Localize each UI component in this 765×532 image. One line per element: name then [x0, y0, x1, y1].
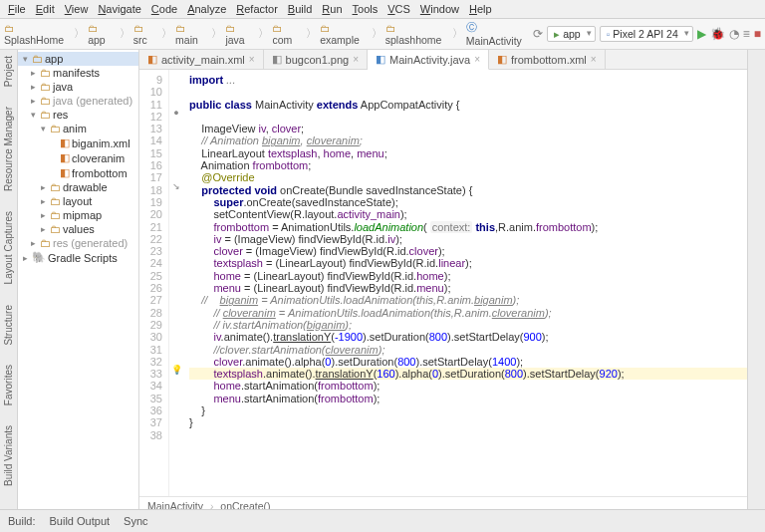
collapsed-arrow-icon[interactable]: ▸ [28, 238, 38, 248]
breadcrumb-item[interactable]: 🗀 src [133, 22, 158, 46]
code-line[interactable]: } [189, 404, 747, 416]
tool-project[interactable]: Project [3, 56, 14, 87]
code-line[interactable]: // biganim = AnimationUtils.loadAnimatio… [189, 294, 747, 306]
tree-node[interactable]: ▾🗀 res [18, 108, 138, 122]
code-editor[interactable]: 9101112131415161718192021222324252627282… [139, 70, 747, 496]
run-button[interactable]: ▶ [697, 27, 706, 41]
menu-window[interactable]: Window [420, 3, 459, 15]
attach-icon[interactable]: ≡ [743, 27, 750, 41]
close-icon[interactable]: × [591, 54, 597, 65]
tree-node[interactable]: ▸🐘 Gradle Scripts [18, 250, 138, 265]
code-line[interactable]: home = (LinearLayout) findViewById(R.id.… [189, 270, 747, 282]
tree-node[interactable]: ▸🗀 drawable [18, 180, 138, 194]
tree-node[interactable]: ◧ frombottom [18, 165, 138, 180]
debug-icon[interactable]: 🐞 [710, 27, 725, 41]
breadcrumb-item[interactable]: 🗀 SplashHome [4, 22, 71, 46]
code-line[interactable]: textsplash = (LinearLayout) findViewById… [189, 257, 747, 269]
build-label[interactable]: Build: [8, 515, 36, 527]
code-line[interactable]: @Override [189, 171, 747, 183]
menu-analyze[interactable]: Analyze [187, 3, 226, 15]
tree-node[interactable]: ▸🗀 res (generated) [18, 236, 138, 250]
collapsed-arrow-icon[interactable]: ▸ [38, 196, 48, 206]
menu-code[interactable]: Code [151, 3, 177, 15]
tree-node[interactable]: ◧ cloveranim [18, 150, 138, 165]
menu-help[interactable]: Help [469, 3, 492, 15]
code-line[interactable] [189, 111, 747, 123]
menu-run[interactable]: Run [322, 3, 342, 15]
tree-node[interactable]: ▸🗀 mipmap [18, 208, 138, 222]
project-tree[interactable]: ▾🗀 app▸🗀 manifests▸🗀 java▸🗀 java (genera… [18, 50, 139, 515]
code-line[interactable]: } [189, 416, 747, 428]
run-config-dropdown[interactable]: ▸ app [547, 26, 595, 42]
stop-icon[interactable]: ■ [754, 27, 761, 41]
code-line[interactable]: frombottom = AnimationUtils.loadAnimatio… [189, 221, 747, 233]
editor-tab[interactable]: ◧activity_main.xml× [139, 50, 264, 69]
menu-build[interactable]: Build [288, 3, 312, 15]
tree-node[interactable]: ▾🗀 anim [18, 122, 138, 135]
breadcrumb-item[interactable]: Ⓒ MainActivity [466, 21, 529, 47]
breadcrumb-item[interactable]: 🗀 main [175, 22, 208, 46]
code-line[interactable]: ImageView iv, clover; [189, 123, 747, 134]
code-content[interactable]: import ... public class MainActivity ext… [183, 70, 747, 496]
collapsed-arrow-icon[interactable]: ▸ [38, 224, 48, 234]
collapsed-arrow-icon[interactable]: ▸ [20, 253, 30, 263]
collapsed-arrow-icon[interactable]: ▸ [28, 96, 38, 106]
code-line[interactable]: clover = (ImageView) findViewById(R.id.c… [189, 245, 747, 257]
menu-tools[interactable]: Tools [353, 3, 379, 15]
code-line[interactable] [189, 429, 747, 441]
editor-tab[interactable]: ◧bugcon1.png× [264, 50, 368, 69]
menu-edit[interactable]: Edit [36, 3, 55, 15]
tree-node[interactable]: ▾🗀 app [18, 52, 138, 66]
tree-node[interactable]: ▸🗀 manifests [18, 66, 138, 80]
tool-layout-captures[interactable]: Layout Captures [3, 211, 14, 284]
editor-tab[interactable]: ◧frombottom.xml× [489, 50, 606, 69]
tool-structure[interactable]: Structure [3, 305, 14, 346]
menu-view[interactable]: View [65, 3, 89, 15]
code-line[interactable]: menu.startAnimation(frombottom); [189, 393, 747, 404]
build-output-tab[interactable]: Build Output [50, 515, 111, 527]
code-line[interactable]: protected void onCreate(Bundle savedInst… [189, 184, 747, 196]
code-line[interactable]: import ... [189, 74, 747, 86]
collapsed-arrow-icon[interactable]: ▸ [38, 210, 48, 220]
sync-icon[interactable]: ⟳ [533, 27, 543, 41]
editor-tab[interactable]: ◧MainActivity.java× [368, 50, 489, 70]
menu-vcs[interactable]: VCS [387, 3, 410, 15]
tool-build-variants[interactable]: Build Variants [3, 425, 14, 486]
code-line[interactable]: setContentView(R.layout.activity_main); [189, 208, 747, 220]
code-line[interactable]: public class MainActivity extends AppCom… [189, 99, 747, 111]
device-dropdown[interactable]: ▫ Pixel 2 API 24 [600, 26, 693, 42]
breadcrumb-item[interactable]: 🗀 com [272, 22, 303, 46]
close-icon[interactable]: × [353, 54, 359, 65]
code-line[interactable]: menu = (LinearLayout) findViewById(R.id.… [189, 282, 747, 294]
gutter-mark-icon[interactable]: ↘ [169, 180, 183, 192]
code-line[interactable]: LinearLayout textsplash, home, menu; [189, 147, 747, 159]
tree-node[interactable]: ▸🗀 java (generated) [18, 94, 138, 108]
tree-node[interactable]: ▸🗀 values [18, 222, 138, 236]
tree-node[interactable]: ▸🗀 java [18, 80, 138, 94]
tool-favorites[interactable]: Favorites [3, 365, 14, 405]
expanded-arrow-icon[interactable]: ▾ [28, 110, 38, 120]
breadcrumb-item[interactable]: 🗀 example [320, 22, 369, 46]
expanded-arrow-icon[interactable]: ▾ [20, 54, 30, 64]
code-line[interactable]: clover.animate().alpha(0).setDuration(80… [189, 356, 747, 368]
breadcrumb-item[interactable]: 🗀 splashhome [385, 22, 449, 46]
code-line[interactable]: Animation frombottom; [189, 159, 747, 171]
menu-file[interactable]: File [8, 3, 26, 15]
tree-node[interactable]: ◧ biganim.xml [18, 135, 138, 150]
collapsed-arrow-icon[interactable]: ▸ [38, 182, 48, 192]
collapsed-arrow-icon[interactable]: ▸ [28, 68, 38, 78]
collapsed-arrow-icon[interactable]: ▸ [28, 82, 38, 92]
tool-resource-manager[interactable]: Resource Manager [3, 107, 14, 191]
code-line[interactable]: //clover.startAnimation(cloveranim); [189, 344, 747, 356]
code-line[interactable]: // Animation biganim, cloveranim; [189, 134, 747, 146]
profile-icon[interactable]: ◔ [729, 27, 739, 41]
tree-node[interactable]: ▸🗀 layout [18, 194, 138, 208]
gutter-mark-icon[interactable]: ● [169, 107, 183, 119]
code-line[interactable]: home.startAnimation(frombottom); [189, 380, 747, 392]
code-line[interactable]: // cloveranim = AnimationUtils.loadAnima… [189, 307, 747, 319]
menu-refactor[interactable]: Refactor [236, 3, 278, 15]
code-line[interactable]: // iv.startAnimation(biganim); [189, 319, 747, 331]
menu-navigate[interactable]: Navigate [98, 3, 140, 15]
code-line[interactable]: iv.animate().translationY(-1900).setDura… [189, 331, 747, 343]
code-line[interactable] [189, 86, 747, 98]
